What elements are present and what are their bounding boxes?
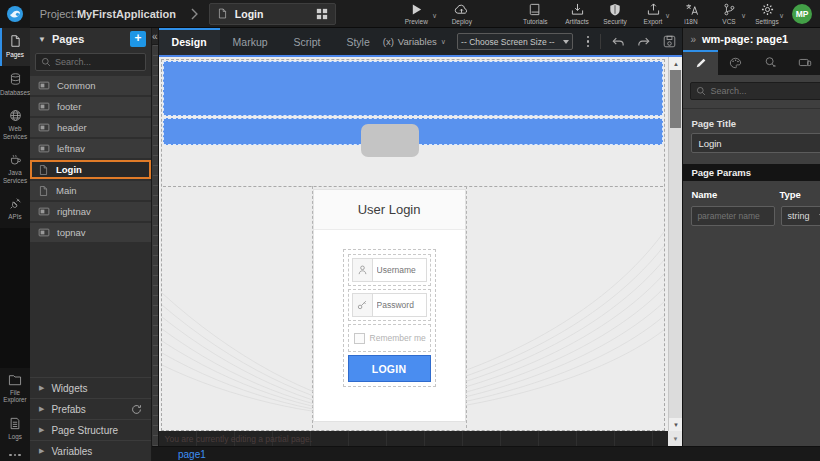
nav-placeholder[interactable] — [361, 124, 419, 157]
header-widget[interactable] — [163, 61, 664, 116]
gear-icon — [761, 3, 774, 16]
page-list-item[interactable]: rightnav — [30, 202, 151, 221]
collapse-right-panel-icon[interactable]: » — [690, 34, 696, 45]
rail-item-java-services[interactable]: Java Services — [0, 147, 30, 191]
preview-label: Preview — [405, 18, 428, 25]
collapse-left-panel-icon[interactable]: « — [152, 28, 158, 45]
username-row[interactable] — [348, 254, 431, 286]
settings-button[interactable]: Settings ∨ — [748, 3, 786, 25]
login-card[interactable]: User Login — [313, 189, 466, 422]
tab-properties[interactable] — [683, 50, 718, 75]
accordion-prefabs[interactable]: ▶Prefabs — [30, 398, 151, 419]
rail-item-apis[interactable]: APIs — [0, 191, 30, 228]
vcs-button[interactable]: VCS ∨ — [710, 3, 748, 25]
preview-button[interactable]: Preview ∨ — [394, 3, 439, 25]
canvas-column: Design Markup Script Style (x) Variables… — [159, 28, 683, 461]
tab-script[interactable]: Script — [281, 28, 334, 55]
login-button[interactable]: LOGIN — [348, 355, 431, 382]
page-title-row — [691, 133, 820, 153]
scroll-up-icon[interactable]: ▲ — [669, 57, 682, 70]
vcs-menu-chevron-icon[interactable]: ∨ — [741, 12, 746, 20]
user-avatar[interactable]: MP — [792, 4, 812, 24]
rail-item-databases[interactable]: Databases — [0, 66, 30, 104]
add-page-button[interactable]: + — [130, 31, 146, 47]
security-button[interactable]: Security — [596, 3, 634, 25]
open-page-tab[interactable]: Login — [209, 3, 336, 25]
more-menu-icon[interactable] — [580, 28, 597, 55]
preview-menu-chevron-icon[interactable]: ∨ — [432, 12, 437, 20]
page-tab-page1[interactable]: page1 — [178, 449, 206, 460]
scrollbar-thumb[interactable] — [670, 70, 681, 128]
bottom-tab-bar: page1 — [152, 446, 820, 461]
page-list-item-selected[interactable]: Login — [30, 160, 151, 179]
page-item-label: Main — [56, 185, 77, 196]
design-canvas[interactable]: User Login — [159, 55, 683, 431]
accordion-widgets[interactable]: ▶Widgets — [30, 377, 151, 398]
password-row[interactable] — [348, 289, 431, 321]
artifacts-button[interactable]: Artifacts — [558, 3, 596, 25]
tab-events[interactable] — [753, 50, 788, 75]
pages-panel-header[interactable]: ▼ Pages + — [30, 28, 151, 50]
undo-button[interactable] — [605, 28, 631, 55]
wavemaker-logo-icon — [6, 5, 24, 23]
tab-devices[interactable] — [788, 50, 820, 75]
password-input[interactable] — [373, 294, 426, 316]
wavemaker-logo[interactable] — [0, 0, 30, 28]
tab-markup[interactable]: Markup — [220, 28, 281, 55]
variables-menu[interactable]: (x) Variables ∨ — [383, 28, 450, 55]
layout-guide-right — [466, 186, 467, 428]
rail-item-file-explorer[interactable]: File Explorer — [0, 368, 30, 411]
more-options-icon[interactable] — [0, 448, 30, 461]
rail-item-pages[interactable]: Pages — [0, 28, 30, 66]
deploy-button[interactable]: Deploy — [439, 3, 484, 25]
scroll-down-icon[interactable]: ▼ — [669, 418, 682, 431]
pages-collapse-caret-icon[interactable]: ▼ — [38, 35, 46, 44]
tutorials-button[interactable]: Tutorials — [513, 3, 558, 25]
canvas-vertical-scrollbar[interactable]: ▲ ▼ — [668, 57, 682, 431]
login-form[interactable]: Remember me LOGIN — [343, 249, 436, 387]
save-button[interactable] — [657, 28, 682, 55]
accordion-label: Page Structure — [51, 425, 118, 436]
page-item-label: Common — [57, 80, 96, 91]
param-type-select[interactable]: string — [781, 206, 820, 226]
remember-me-row[interactable]: Remember me — [348, 324, 431, 352]
tab-design[interactable]: Design — [159, 28, 220, 55]
remember-me-checkbox[interactable] — [354, 333, 365, 344]
properties-search-input[interactable] — [710, 86, 820, 96]
play-icon — [410, 3, 423, 16]
selected-widget-title: wm-page: page1 — [702, 33, 788, 45]
refresh-icon[interactable] — [131, 404, 142, 415]
partial-icon — [38, 143, 50, 154]
rail-label: Pages — [6, 51, 24, 59]
accordion-variables[interactable]: ▶Variables — [30, 440, 151, 461]
page-title-input[interactable] — [691, 133, 820, 153]
pages-search[interactable] — [35, 53, 146, 71]
page-list-item[interactable]: footer — [30, 97, 151, 116]
export-menu-chevron-icon[interactable]: ∨ — [665, 12, 670, 20]
export-button[interactable]: Export ∨ — [634, 3, 672, 25]
page-list-item[interactable]: leftnav — [30, 139, 151, 158]
variables-label: Variables — [398, 36, 437, 47]
properties-panel: » wm-page: page1 — [682, 28, 820, 461]
username-input[interactable] — [373, 259, 426, 281]
page-list-item[interactable]: header — [30, 118, 151, 137]
project-label: Project: — [40, 8, 77, 20]
page-list-item[interactable]: topnav — [30, 223, 151, 242]
param-name-input[interactable] — [691, 206, 775, 226]
page-list-item[interactable]: Common — [30, 76, 151, 95]
tab-styles[interactable] — [718, 50, 753, 75]
rail-label: Logs — [8, 433, 22, 441]
grid-icon[interactable] — [316, 8, 328, 20]
rail-item-web-services[interactable]: Web Services — [0, 103, 30, 147]
settings-menu-chevron-icon[interactable]: ∨ — [779, 12, 784, 20]
page-list-item[interactable]: Main — [30, 181, 151, 200]
pages-search-input[interactable] — [55, 57, 140, 67]
properties-search[interactable] — [683, 75, 820, 109]
rail-item-logs[interactable]: Logs — [0, 411, 30, 448]
tab-style[interactable]: Style — [333, 28, 382, 55]
redo-button[interactable] — [631, 28, 657, 55]
accordion-page-structure[interactable]: ▶Page Structure — [30, 419, 151, 440]
page-preview[interactable]: User Login — [161, 59, 666, 431]
screen-size-select[interactable]: -- Choose Screen Size -- — [457, 33, 573, 50]
i18n-button[interactable]: i18N — [672, 3, 710, 25]
